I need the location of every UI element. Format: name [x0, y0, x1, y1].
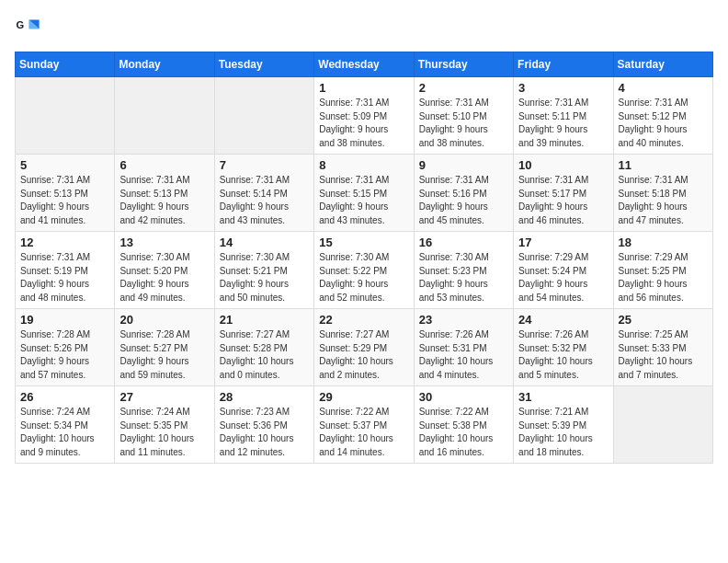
day-number: 23 [419, 313, 508, 327]
day-number: 29 [319, 390, 408, 404]
day-number: 8 [319, 158, 408, 172]
day-info: Sunrise: 7:29 AM Sunset: 5:24 PM Dayligh… [518, 251, 608, 304]
calendar-cell: 12Sunrise: 7:31 AM Sunset: 5:19 PM Dayli… [16, 232, 115, 309]
day-number: 3 [518, 81, 608, 95]
day-info: Sunrise: 7:31 AM Sunset: 5:09 PM Dayligh… [319, 97, 408, 150]
day-info: Sunrise: 7:30 AM Sunset: 5:23 PM Dayligh… [419, 251, 508, 304]
day-header-friday: Friday [514, 52, 613, 77]
day-number: 19 [20, 313, 109, 327]
day-number: 31 [518, 390, 608, 404]
day-number: 12 [20, 236, 109, 249]
calendar-table: SundayMondayTuesdayWednesdayThursdayFrid… [15, 52, 713, 464]
calendar-cell: 31Sunrise: 7:21 AM Sunset: 5:39 PM Dayli… [514, 386, 613, 464]
calendar-cell: 16Sunrise: 7:30 AM Sunset: 5:23 PM Dayli… [414, 232, 513, 309]
calendar-cell: 17Sunrise: 7:29 AM Sunset: 5:24 PM Dayli… [514, 232, 613, 309]
day-number: 27 [119, 390, 209, 404]
day-info: Sunrise: 7:31 AM Sunset: 5:13 PM Dayligh… [20, 174, 109, 227]
day-info: Sunrise: 7:28 AM Sunset: 5:27 PM Dayligh… [119, 328, 209, 382]
day-info: Sunrise: 7:24 AM Sunset: 5:35 PM Dayligh… [119, 406, 209, 459]
logo: G [15, 15, 44, 40]
calendar-cell: 14Sunrise: 7:30 AM Sunset: 5:21 PM Dayli… [214, 232, 313, 309]
day-number: 13 [119, 236, 209, 249]
calendar-cell: 4Sunrise: 7:31 AM Sunset: 5:12 PM Daylig… [613, 77, 712, 155]
calendar-cell: 13Sunrise: 7:30 AM Sunset: 5:20 PM Dayli… [115, 232, 214, 309]
calendar-cell: 30Sunrise: 7:22 AM Sunset: 5:38 PM Dayli… [414, 386, 513, 464]
day-number: 26 [20, 390, 109, 404]
day-info: Sunrise: 7:28 AM Sunset: 5:26 PM Dayligh… [20, 328, 109, 382]
day-number: 7 [220, 158, 309, 172]
day-info: Sunrise: 7:31 AM Sunset: 5:10 PM Dayligh… [419, 97, 508, 150]
calendar-cell: 6Sunrise: 7:31 AM Sunset: 5:13 PM Daylig… [115, 155, 214, 232]
calendar-cell: 9Sunrise: 7:31 AM Sunset: 5:16 PM Daylig… [414, 155, 513, 232]
calendar-cell: 27Sunrise: 7:24 AM Sunset: 5:35 PM Dayli… [115, 386, 214, 464]
day-info: Sunrise: 7:30 AM Sunset: 5:21 PM Dayligh… [220, 251, 309, 304]
calendar-cell: 10Sunrise: 7:31 AM Sunset: 5:17 PM Dayli… [514, 155, 613, 232]
calendar-cell: 15Sunrise: 7:30 AM Sunset: 5:22 PM Dayli… [314, 232, 414, 309]
day-number: 11 [619, 158, 708, 172]
calendar-week-4: 19Sunrise: 7:28 AM Sunset: 5:26 PM Dayli… [16, 309, 713, 386]
day-number: 9 [419, 158, 508, 172]
day-info: Sunrise: 7:24 AM Sunset: 5:34 PM Dayligh… [20, 406, 109, 459]
day-header-tuesday: Tuesday [214, 52, 313, 77]
day-header-sunday: Sunday [16, 52, 115, 77]
calendar-cell: 8Sunrise: 7:31 AM Sunset: 5:15 PM Daylig… [314, 155, 414, 232]
day-info: Sunrise: 7:31 AM Sunset: 5:17 PM Dayligh… [518, 174, 608, 227]
day-info: Sunrise: 7:30 AM Sunset: 5:20 PM Dayligh… [119, 251, 209, 304]
calendar-cell: 29Sunrise: 7:22 AM Sunset: 5:37 PM Dayli… [314, 386, 414, 464]
calendar-cell: 1Sunrise: 7:31 AM Sunset: 5:09 PM Daylig… [314, 77, 414, 155]
calendar-cell: 11Sunrise: 7:31 AM Sunset: 5:18 PM Dayli… [613, 155, 712, 232]
calendar-cell [214, 77, 313, 155]
day-info: Sunrise: 7:30 AM Sunset: 5:22 PM Dayligh… [319, 251, 408, 304]
day-header-saturday: Saturday [613, 52, 712, 77]
day-info: Sunrise: 7:31 AM Sunset: 5:11 PM Dayligh… [518, 97, 608, 150]
day-info: Sunrise: 7:21 AM Sunset: 5:39 PM Dayligh… [518, 406, 608, 459]
calendar-week-1: 1Sunrise: 7:31 AM Sunset: 5:09 PM Daylig… [16, 77, 713, 155]
day-number: 6 [119, 158, 209, 172]
calendar-header-row: SundayMondayTuesdayWednesdayThursdayFrid… [16, 52, 713, 77]
svg-text:G: G [16, 19, 24, 30]
calendar-cell: 25Sunrise: 7:25 AM Sunset: 5:33 PM Dayli… [613, 309, 712, 386]
day-info: Sunrise: 7:25 AM Sunset: 5:33 PM Dayligh… [619, 328, 708, 382]
day-info: Sunrise: 7:31 AM Sunset: 5:16 PM Dayligh… [419, 174, 508, 227]
day-info: Sunrise: 7:31 AM Sunset: 5:19 PM Dayligh… [20, 251, 109, 304]
day-number: 4 [619, 81, 708, 95]
calendar-cell: 24Sunrise: 7:26 AM Sunset: 5:32 PM Dayli… [514, 309, 613, 386]
calendar-week-5: 26Sunrise: 7:24 AM Sunset: 5:34 PM Dayli… [16, 386, 713, 464]
day-header-monday: Monday [115, 52, 214, 77]
day-info: Sunrise: 7:27 AM Sunset: 5:28 PM Dayligh… [220, 328, 309, 382]
day-number: 30 [419, 390, 508, 404]
day-number: 24 [518, 313, 608, 327]
day-number: 17 [518, 236, 608, 249]
calendar-cell [115, 77, 214, 155]
day-number: 22 [319, 313, 408, 327]
calendar-cell: 21Sunrise: 7:27 AM Sunset: 5:28 PM Dayli… [214, 309, 313, 386]
calendar-cell: 2Sunrise: 7:31 AM Sunset: 5:10 PM Daylig… [414, 77, 513, 155]
day-info: Sunrise: 7:31 AM Sunset: 5:18 PM Dayligh… [619, 174, 708, 227]
day-info: Sunrise: 7:26 AM Sunset: 5:31 PM Dayligh… [419, 328, 508, 382]
day-info: Sunrise: 7:31 AM Sunset: 5:12 PM Dayligh… [619, 97, 708, 150]
logo-icon: G [15, 15, 40, 40]
day-info: Sunrise: 7:22 AM Sunset: 5:38 PM Dayligh… [419, 406, 508, 459]
day-header-thursday: Thursday [414, 52, 513, 77]
day-header-wednesday: Wednesday [314, 52, 414, 77]
day-info: Sunrise: 7:27 AM Sunset: 5:29 PM Dayligh… [319, 328, 408, 382]
day-number: 1 [319, 81, 408, 95]
day-info: Sunrise: 7:23 AM Sunset: 5:36 PM Dayligh… [220, 406, 309, 459]
calendar-cell: 19Sunrise: 7:28 AM Sunset: 5:26 PM Dayli… [16, 309, 115, 386]
day-number: 15 [319, 236, 408, 249]
calendar-cell: 23Sunrise: 7:26 AM Sunset: 5:31 PM Dayli… [414, 309, 513, 386]
calendar-cell [613, 386, 712, 464]
calendar-cell: 20Sunrise: 7:28 AM Sunset: 5:27 PM Dayli… [115, 309, 214, 386]
calendar-cell: 18Sunrise: 7:29 AM Sunset: 5:25 PM Dayli… [613, 232, 712, 309]
calendar-week-3: 12Sunrise: 7:31 AM Sunset: 5:19 PM Dayli… [16, 232, 713, 309]
day-number: 18 [619, 236, 708, 249]
page-header: G [15, 15, 713, 40]
day-number: 20 [119, 313, 209, 327]
day-number: 16 [419, 236, 508, 249]
day-number: 2 [419, 81, 508, 95]
day-info: Sunrise: 7:29 AM Sunset: 5:25 PM Dayligh… [619, 251, 708, 304]
day-number: 28 [220, 390, 309, 404]
day-info: Sunrise: 7:31 AM Sunset: 5:14 PM Dayligh… [220, 174, 309, 227]
day-number: 5 [20, 158, 109, 172]
day-info: Sunrise: 7:31 AM Sunset: 5:13 PM Dayligh… [119, 174, 209, 227]
